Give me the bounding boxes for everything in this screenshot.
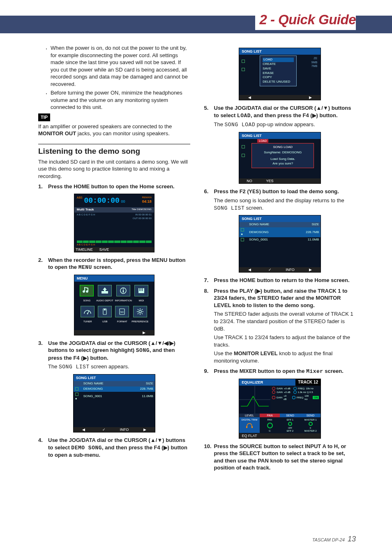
step-1: 1. Press the HOME button to open the Hom… [38,183,190,190]
home-letters2: A B C D E F G H [74,243,154,246]
step-7: 7. Press the HOME button to return to th… [204,277,356,284]
svg-point-2 [123,289,124,290]
svg-text:SD: SD [120,311,124,313]
table-row: ●DEMOSONG228.7MB [239,227,321,237]
tip-text-b: MONITOR OUT [38,130,76,136]
loadpopup-header: SONG LIST [239,132,321,139]
table-row: SONG_000111.0MB [239,237,321,243]
home-letters: A B C D E F G H [77,213,95,216]
step-8-head: Press the PLAY (▶) button, and raise the… [214,287,356,309]
svg-rect-25 [246,426,247,428]
section-heading: Listening to the demo song [38,144,190,157]
step-8-num: 8. [204,287,209,295]
bullet-2: Before turning the power ON, minimize th… [51,89,190,111]
home-ms: 00 [121,199,125,204]
step-4: 4. Use the JOG/DATA dial or the CURSOR (… [38,437,190,459]
menu-icon-format: SD [115,306,129,317]
top-bar: 2 - Quick Guide [0,16,392,33]
step-2-head: When the recorder is stopped, press the … [48,257,190,271]
menu-icon-song [80,285,94,296]
step-2: 2. When the recorder is stopped, press t… [38,257,190,271]
step-5-head: Use the JOG/DATA dial or the CURSOR (▲/▼… [214,104,356,119]
step-6-num: 6. [204,188,209,195]
home-foot1: TIMELINE [74,247,95,252]
step-1-num: 1. [38,183,43,190]
menu-icon-audio-depot [98,285,112,296]
chapter-title: 2 - Quick Guide [255,12,356,30]
eq-curve-icon [239,386,270,414]
step-9-num: 9. [204,368,209,375]
step-8: 8. Press the PLAY (▶) button, and raise … [204,287,356,364]
step-8-sub2: Use TRACK 1 to 23/24 faders to adjust th… [214,334,356,348]
svg-rect-26 [251,426,253,428]
step-6-sub: The demo song is loaded and the display … [214,197,356,212]
menu-icon-preference [133,306,147,317]
tip-tag: TIP [38,113,50,121]
footer-page: 13 [348,535,356,543]
svg-rect-5 [139,288,140,291]
home-out-val: 00 00 00 00 [138,217,152,220]
step-4-num: 4. [38,437,43,444]
step-7-num: 7. [204,277,209,284]
menu-header: MENU [74,275,154,282]
svg-line-21 [142,309,143,310]
fig-menu: MENU SONG AUDIO DEPOT INFORMATION MIDI T… [38,275,190,335]
svg-line-20 [142,313,143,314]
step-3-num: 3. [38,340,43,347]
caution-list: When the power is on, do not cut the pow… [38,44,190,111]
step-3-sub: The SONG LIST screen appears. [48,363,190,371]
mixer-header: EQUALIZER [239,379,295,386]
songlist-table: SONG NAMESIZE DEMOSONG228.7MB ●SONG_0001… [74,381,155,401]
step-3: 3. Use the JOG/DATA dial or the CURSOR (… [38,340,190,371]
left-column: When the power is on, do not cut the pow… [38,44,190,530]
svg-point-9 [87,313,88,314]
tip-text-c: jacks, you can monitor using speakers. [76,130,170,136]
step-3-head: Use the JOG/DATA dial or the CURSOR (▲/▼… [48,340,190,362]
home-multitrack: Multi Track [77,208,94,212]
page-footer: TASCAM DP-24 13 [312,535,356,543]
step-4-head: Use the JOG/DATA dial or the CURSOR (▲/▼… [48,437,190,459]
svg-line-22 [138,313,138,314]
fig-mixer: EQUALIZER TRACK 12 GAIN +0 dB FREQ 10k H… [204,379,356,439]
step-2-num: 2. [38,257,43,264]
home-foot2: SAVE [94,247,114,252]
home-remain-val: 04:18 [142,199,151,204]
svg-point-14 [139,310,141,313]
step-8-sub1: The STEREO fader adjusts the overall vol… [214,310,356,332]
step-7-head: Press the HOME button to return to the H… [214,277,356,284]
svg-line-19 [138,309,138,310]
step-9: 9. Press the MIXER button to open the Mi… [204,368,356,375]
table-row: DEMOSONG228.7MB [74,386,155,392]
fig-submenu: SONG LIST LOAD CREATE SAVE ERASE COPY DE… [204,48,356,100]
menu-icon-information [116,285,130,296]
home-time: 00:00:00 [84,197,119,205]
step-1-head: Press the HOME button to open the Home s… [48,183,190,190]
step-6-head: Press the F2 (YES) button to load the de… [214,188,356,196]
step-5: 5. Use the JOG/DATA dial or the CURSOR (… [204,104,356,129]
step-10: 10. Press the SOURCE button to select IN… [204,443,356,472]
step-5-sub: The SONG LOAD pop-up window appears. [214,121,356,129]
footer-brand: TASCAM DP-24 [312,537,345,542]
songlist-header: SONG LIST [74,375,155,381]
menu-icon-usb [98,306,112,317]
step-5-num: 5. [204,104,209,112]
headphone-icon [246,423,253,428]
svg-rect-3 [123,290,124,292]
menu-icon-tuner [81,306,95,317]
svg-rect-7 [142,288,143,291]
section-intro: The included SD card in the unit contain… [38,158,190,180]
home-title-val: DEMOSONG [137,208,152,210]
songlist2-table: SONG NAMESIZE ●DEMOSONG228.7MB SONG_0001… [239,222,321,242]
tip-text-a: If an amplifier or powered speakers are … [38,123,172,130]
fig-songlist: SONG LIST SONG NAMESIZE DEMOSONG228.7MB … [38,374,190,432]
fig-loadpopup: SONG LIST LOAD SONG LOAD SongName: DEMOS… [204,132,356,184]
tip-body: If an amplifier or powered speakers are … [38,123,190,137]
submenu-header: SONG LIST [239,48,321,55]
svg-rect-11 [104,309,106,310]
home-title-lbl: Title [131,208,136,210]
bullet-1: When the power is on, do not cut the pow… [51,44,190,88]
fig-songlist-2: SONG LIST SONG NAMESIZE ●DEMOSONG228.7MB… [204,215,356,273]
step-10-head: Press the SOURCE button to select INPUT … [214,443,356,472]
home-out-lbl: OUT [133,217,138,220]
step-9-head: Press the MIXER button to open the Mixer… [214,368,356,375]
